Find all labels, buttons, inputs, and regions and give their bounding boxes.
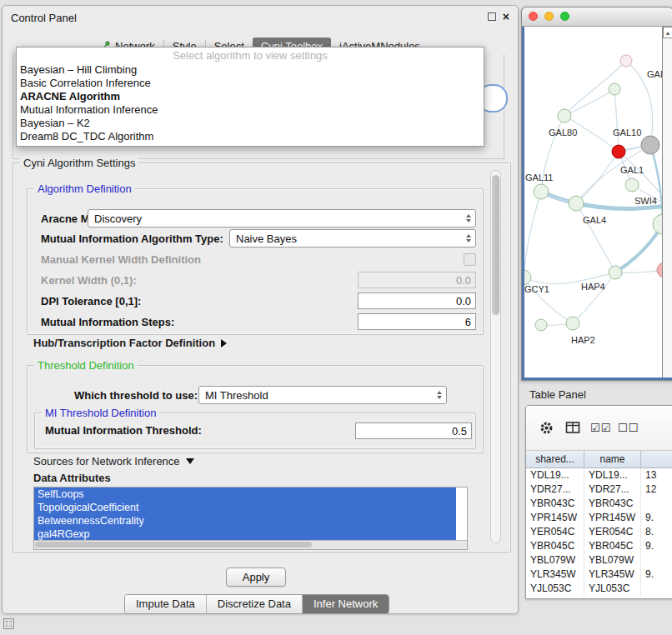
network-window-titlebar[interactable] (522, 8, 672, 27)
dpi-tolerance-field[interactable]: 0.0 (358, 292, 476, 309)
table-row[interactable]: YDR27...YDR27...12 (526, 482, 672, 497)
column-header-name[interactable]: name (584, 451, 641, 468)
mi-threshold-field[interactable]: 0.5 (355, 422, 472, 439)
table-row[interactable]: YBR045CYBR045C9. (526, 539, 672, 553)
zoom-traffic-icon[interactable] (560, 12, 569, 21)
select-all-icon[interactable]: ☑☑ (590, 422, 611, 434)
table-cell: YBR045C (526, 539, 584, 553)
table-cell (641, 582, 672, 596)
node-label: GAL11 (525, 172, 553, 182)
manual-kernel-label: Manual Kernel Width Definition (41, 253, 201, 266)
aracne-mode-value: Discovery (94, 212, 142, 225)
gear-icon[interactable] (539, 421, 554, 435)
attribute-item[interactable]: TopologicalCoefficient (34, 501, 456, 514)
network-node[interactable] (625, 178, 639, 192)
table-row[interactable]: YJL053CYJL053C (526, 582, 672, 596)
network-scrollbar[interactable]: ▲ (662, 27, 672, 378)
table-cell: YLR345W (584, 568, 641, 582)
aracne-mode-select[interactable]: Discovery (88, 209, 476, 228)
algorithm-option[interactable]: ARACNE Algorithm (17, 90, 484, 103)
network-node[interactable] (609, 83, 620, 95)
panel-border-fragment (13, 54, 13, 159)
hub-section-toggle[interactable]: Hub/Transcription Factor Definition (33, 337, 227, 349)
float-window-icon[interactable] (488, 12, 496, 21)
table-body: YDL19...YDL19...13YDR27...YDR27...12YBR0… (526, 468, 672, 598)
kernel-width-label: Kernel Width (0,1): (41, 274, 137, 287)
algorithm-dropdown-popup: Select algorithm to view settings Bayesi… (16, 47, 484, 147)
threshold-definition-title: Threshold Definition (34, 359, 138, 372)
scrollbar-thumb[interactable] (492, 175, 499, 315)
column-header-extra[interactable] (641, 451, 672, 468)
scrollbar-thumb[interactable] (35, 542, 312, 548)
scroll-up-icon[interactable]: ▲ (663, 27, 672, 38)
table-cell: YJL053C (584, 582, 641, 596)
network-node[interactable] (609, 266, 622, 279)
desktop: Control Panel × Network Style Select Cyn… (0, 0, 672, 635)
bottom-tabs: Impute Data Discretize Data Infer Networ… (124, 594, 389, 614)
sources-section-toggle[interactable]: Sources for Network Inference (33, 455, 194, 468)
algorithm-option[interactable]: Mutual Information Inference (17, 103, 484, 117)
network-node[interactable] (524, 270, 531, 285)
network-edge (576, 203, 615, 272)
mi-threshold-group: MI Threshold Definition Mutual Informati… (34, 412, 476, 449)
tab-impute-data[interactable]: Impute Data (125, 595, 206, 613)
node-label: GAL4 (583, 215, 606, 225)
algorithm-definition-group: Algorithm Definition Aracne Mode: Discov… (27, 188, 484, 335)
table-row[interactable]: YER054CYER054C8. (526, 525, 672, 539)
mi-steps-field[interactable]: 6 (358, 313, 476, 330)
network-node[interactable] (653, 214, 662, 234)
table-row[interactable]: YPR145WYPR145W9. (526, 511, 672, 525)
network-node[interactable] (641, 136, 659, 154)
window-title: Control Panel (11, 12, 77, 24)
attribute-item[interactable]: BetweennessCentrality (34, 514, 456, 528)
network-node[interactable] (620, 55, 632, 67)
table-header: shared... name (526, 451, 672, 468)
network-frame: GAL8GAL80GAL10GAL11GAL1SWI4GAL4GCY1HAP4H… (522, 27, 672, 380)
combo-arrows-icon (466, 234, 471, 242)
apply-button[interactable]: Apply (226, 568, 286, 587)
manual-kernel-checkbox[interactable] (464, 253, 476, 266)
table-cell: YER054C (526, 525, 584, 539)
table-row[interactable]: YLR345WYLR345W9. (526, 568, 672, 582)
table-cell: YLR345W (526, 568, 584, 582)
network-node[interactable] (612, 145, 625, 158)
mi-type-value: Naive Bayes (236, 232, 297, 245)
table-cell: 12 (641, 482, 672, 497)
deselect-all-icon[interactable]: ☐☐ (618, 422, 639, 434)
node-label: GAL8 (647, 69, 662, 79)
table-row[interactable]: YBR043CYBR043C (526, 497, 672, 511)
algorithm-popup-list: Bayesian – Hill ClimbingBasic Correlatio… (17, 63, 484, 143)
algorithm-option[interactable]: Bayesian – Hill Climbing (17, 63, 484, 77)
table-cell: 9. (641, 511, 672, 525)
algorithm-option[interactable]: Bayesian – K2 (17, 117, 484, 130)
which-threshold-select[interactable]: MI Threshold (198, 386, 447, 404)
close-icon[interactable]: × (503, 12, 509, 21)
network-node[interactable] (534, 184, 549, 199)
mi-type-select[interactable]: Naive Bayes (229, 229, 476, 248)
network-canvas[interactable]: GAL8GAL80GAL10GAL11GAL1SWI4GAL4GCY1HAP4H… (524, 27, 662, 378)
data-attributes-list[interactable]: SelfLoopsTopologicalCoefficientBetweenne… (33, 487, 468, 550)
tab-discretize-data[interactable]: Discretize Data (206, 595, 302, 613)
minimize-traffic-icon[interactable] (544, 12, 554, 21)
tab-infer-network[interactable]: Infer Network (302, 595, 389, 613)
column-chooser-icon[interactable] (565, 421, 580, 434)
table-row[interactable]: YBL079WYBL079W (526, 553, 672, 568)
network-node[interactable] (535, 319, 547, 331)
table-panel-divider (519, 382, 672, 382)
settings-scrollbar[interactable] (490, 170, 501, 543)
panel-corner-icon[interactable] (3, 618, 14, 629)
algorithm-option[interactable]: Dream8 DC_TDC Algorithm (17, 130, 484, 143)
table-row[interactable]: YDL19...YDL19...13 (526, 468, 672, 482)
combo-arrows-icon (437, 391, 442, 399)
attribute-item[interactable]: gal4RGexp (34, 528, 456, 541)
close-traffic-icon[interactable] (529, 12, 538, 21)
mi-steps-label: Mutual Information Steps: (41, 316, 174, 328)
horizontal-scrollbar[interactable] (34, 540, 467, 549)
network-node[interactable] (558, 109, 571, 122)
algorithm-option[interactable]: Basic Correlation Inference (17, 77, 484, 90)
attribute-item[interactable]: SelfLoops (34, 488, 456, 501)
network-node[interactable] (569, 196, 584, 211)
column-header-shared[interactable]: shared... (526, 451, 584, 468)
table-cell: 8. (641, 525, 672, 539)
network-node[interactable] (566, 317, 579, 330)
